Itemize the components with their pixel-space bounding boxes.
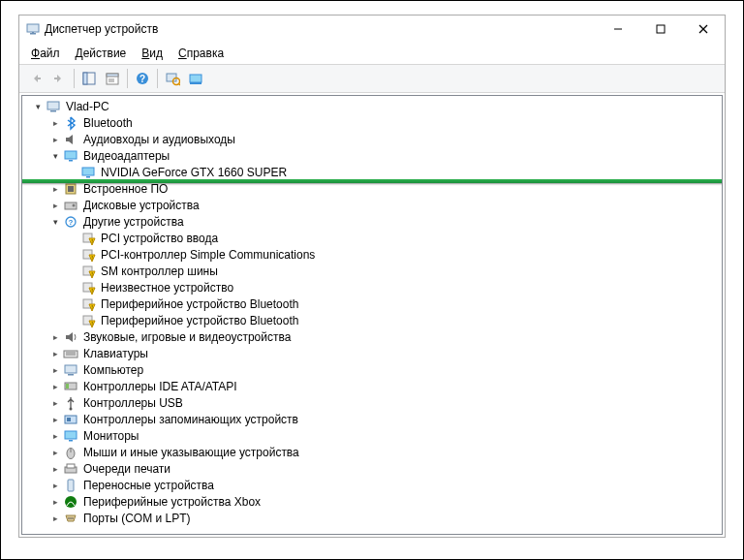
window-frame: Диспетчер устройств Файл Действие Вид Сп…	[18, 15, 726, 538]
tree-item-nvidia[interactable]: ▸ NVIDIA GeForce GTX 1660 SUPER	[26, 165, 720, 180]
tree-category-other-devices[interactable]: ▾ ? Другие устройства	[26, 214, 720, 230]
tree-category-disk[interactable]: ▸ Дисковые устройства	[26, 198, 720, 213]
menubar: Файл Действие Вид Справка	[19, 43, 725, 64]
tree-category-ports[interactable]: ▸ Порты (COM и LPT)	[26, 511, 720, 526]
tree-category-display-adapters[interactable]: ▾ Видеоадаптеры	[26, 148, 720, 164]
svg-rect-29	[68, 186, 74, 192]
tree-label: Аудиовходы и аудиовыходы	[81, 132, 237, 147]
tree-category-keyboards[interactable]: ▸ Клавиатуры	[26, 346, 720, 361]
port-icon	[63, 511, 78, 526]
expand-icon[interactable]: ▸	[49, 117, 61, 129]
disk-icon	[63, 198, 78, 213]
printer-icon	[63, 461, 78, 477]
expand-icon[interactable]: ▸	[49, 463, 61, 475]
tree-label: Bluetooth	[81, 115, 135, 131]
expand-icon[interactable]: ▸	[49, 496, 61, 508]
tree-category-portable[interactable]: ▸ Переносные устройства	[26, 478, 720, 493]
menu-help[interactable]: Справка	[176, 45, 226, 62]
expand-icon[interactable]: ▸	[49, 200, 61, 211]
expand-icon[interactable]: ▸	[49, 381, 61, 392]
tree-category-audio[interactable]: ▸ Аудиовходы и аудиовыходы	[26, 132, 720, 147]
tree-label: Периферийное устройство Bluetooth	[99, 313, 300, 328]
tree-label: Дисковые устройства	[81, 198, 202, 213]
svg-rect-7	[37, 78, 41, 79]
mouse-icon	[63, 445, 78, 460]
scan-hardware-button[interactable]	[162, 68, 183, 89]
warning-device-icon: !	[80, 296, 96, 312]
expand-icon[interactable]: ▸	[49, 183, 61, 195]
menu-action[interactable]: Действие	[74, 45, 129, 62]
svg-text:?: ?	[140, 74, 145, 84]
minimize-button[interactable]	[597, 16, 639, 43]
other-devices-icon: ?	[63, 214, 78, 230]
show-hide-tree-button[interactable]	[78, 68, 100, 89]
tree-label: Мыши и иные указывающие устройства	[81, 445, 301, 460]
expand-icon[interactable]: ▾	[32, 101, 44, 112]
expand-icon[interactable]: ▾	[49, 216, 61, 228]
menu-file[interactable]: Файл	[29, 45, 62, 62]
tree-item-other-0[interactable]: ▸ ! PCI устройство ввода	[26, 231, 720, 246]
tree-category-bluetooth[interactable]: ▸ Bluetooth	[26, 115, 720, 131]
warning-device-icon: !	[80, 264, 96, 279]
tree-label: Видеоадаптеры	[81, 148, 171, 164]
close-button[interactable]	[682, 16, 725, 43]
computer-icon	[63, 362, 78, 378]
tree-item-other-5[interactable]: ▸ ! Периферийное устройство Bluetooth	[26, 313, 720, 328]
tree-category-ide[interactable]: ▸ Контроллеры IDE ATA/ATAPI	[26, 379, 720, 394]
monitor-icon	[63, 428, 78, 444]
nav-forward-button	[48, 68, 70, 89]
expand-icon[interactable]: ▸	[49, 134, 61, 145]
expand-icon[interactable]: ▸	[49, 430, 61, 442]
expand-icon[interactable]: ▸	[49, 348, 61, 359]
device-tree[interactable]: ▾ Vlad-PC ▸ Bluetooth ▸ Аудиовходы и ауд…	[22, 96, 722, 534]
audio-icon	[63, 132, 78, 147]
titlebar[interactable]: Диспетчер устройств	[19, 16, 725, 43]
tree-category-monitors[interactable]: ▸ Мониторы	[26, 428, 720, 444]
tree-item-other-1[interactable]: ▸ ! PCI-контроллер Simple Communications	[26, 247, 720, 263]
svg-rect-56	[65, 431, 77, 439]
svg-rect-0	[27, 24, 39, 32]
properties-button[interactable]	[102, 68, 123, 89]
svg-rect-10	[83, 73, 87, 84]
tree-label: Vlad-PC	[64, 99, 111, 114]
tree-category-mice[interactable]: ▸ Мыши и иные указывающие устройства	[26, 445, 720, 460]
expand-icon[interactable]: ▸	[49, 331, 61, 343]
nav-back-button	[25, 68, 46, 89]
expand-icon[interactable]: ▸	[49, 397, 61, 409]
tree-label: SM контроллер шины	[99, 264, 220, 279]
expand-icon[interactable]: ▸	[49, 480, 61, 491]
svg-point-66	[72, 517, 74, 519]
svg-rect-8	[54, 78, 58, 79]
add-legacy-hardware-button[interactable]	[185, 68, 206, 89]
firmware-icon	[63, 181, 78, 197]
svg-rect-49	[65, 365, 77, 373]
expand-icon[interactable]: ▸	[49, 447, 61, 458]
maximize-button[interactable]	[639, 16, 682, 43]
tree-item-other-2[interactable]: ▸ ! SM контроллер шины	[26, 264, 720, 279]
tree-category-storage-controllers[interactable]: ▸ Контроллеры запоминающих устройств	[26, 412, 720, 427]
tree-category-firmware[interactable]: ▸ Встроенное ПО	[26, 181, 720, 197]
content-area: ▾ Vlad-PC ▸ Bluetooth ▸ Аудиовходы и ауд…	[21, 95, 723, 535]
tree-category-print-queues[interactable]: ▸ Очереди печати	[26, 461, 720, 477]
expand-icon[interactable]: ▸	[49, 513, 61, 524]
tree-root[interactable]: ▾ Vlad-PC	[26, 99, 720, 114]
svg-rect-55	[67, 418, 71, 421]
tree-item-other-4[interactable]: ▸ ! Периферийное устройство Bluetooth	[26, 296, 720, 312]
toolbar: ?	[19, 64, 725, 93]
bluetooth-icon	[63, 115, 78, 131]
keyboard-icon	[63, 346, 78, 361]
help-button[interactable]: ?	[132, 68, 153, 89]
tree-category-computer[interactable]: ▸ Компьютер	[26, 362, 720, 378]
expand-icon[interactable]: ▸	[49, 414, 61, 425]
expand-icon[interactable]: ▸	[49, 364, 61, 376]
tree-item-other-3[interactable]: ▸ ! Неизвестное устройство	[26, 280, 720, 296]
tree-label: NVIDIA GeForce GTX 1660 SUPER	[99, 165, 289, 180]
tree-category-usb[interactable]: ▸ Контроллеры USB	[26, 395, 720, 411]
tree-label: Другие устройства	[81, 214, 186, 230]
tree-category-xbox[interactable]: ▸ Периферийные устройства Xbox	[26, 494, 720, 510]
tree-label: Компьютер	[81, 362, 145, 378]
tree-label: Неизвестное устройство	[99, 280, 235, 296]
menu-view[interactable]: Вид	[140, 45, 165, 62]
expand-icon[interactable]: ▾	[49, 150, 61, 162]
tree-category-sound[interactable]: ▸ Звуковые, игровые и видеоустройства	[26, 329, 720, 345]
